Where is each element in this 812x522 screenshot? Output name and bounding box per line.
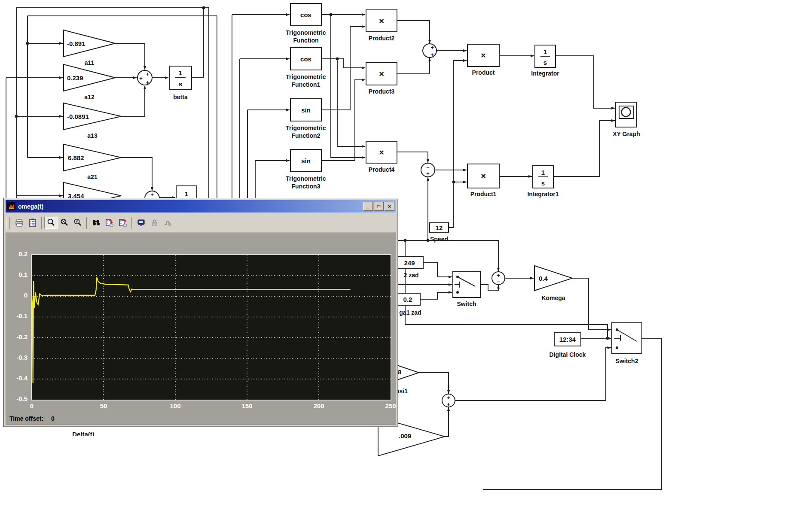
trig-label-1: Trigonometric bbox=[286, 124, 326, 131]
integrator1-block[interactable]: 1 s Integrator1 bbox=[527, 166, 559, 197]
sum-sign: + bbox=[146, 79, 149, 85]
close-button[interactable]: × bbox=[385, 202, 394, 211]
lock-icon bbox=[150, 218, 159, 228]
sum-betta-block[interactable]: + + + bbox=[137, 70, 152, 85]
constant-02-block[interactable]: 0.2 ga1 zad bbox=[395, 293, 421, 316]
x-tick: 250 bbox=[378, 402, 403, 410]
product3-block[interactable]: × Product3 bbox=[366, 63, 397, 95]
gain-a21-block[interactable]: 6.882 a21 bbox=[64, 144, 121, 180]
product3-label: Product3 bbox=[369, 88, 395, 95]
trig-label-2: Function bbox=[293, 37, 318, 44]
y-tick: -0.4 bbox=[8, 374, 27, 383]
gain-a11-block[interactable]: -0.891 a11 bbox=[64, 30, 115, 66]
gain-a12-block[interactable]: 0.239 a12 bbox=[64, 64, 115, 100]
printer-icon bbox=[15, 218, 24, 228]
trig-label-2: Function2 bbox=[292, 132, 321, 139]
trig-function-block[interactable]: cos Trigonometric Function bbox=[286, 3, 326, 44]
save-axes-icon bbox=[105, 218, 114, 228]
product-block[interactable]: × Product bbox=[467, 44, 499, 76]
save-axes-button[interactable] bbox=[103, 217, 116, 229]
zoom-y-icon bbox=[73, 218, 82, 228]
y-tick: 0.2 bbox=[8, 250, 27, 259]
sum-speed-block[interactable]: + − bbox=[492, 272, 505, 285]
trig-function1-block[interactable]: cos Trigonometric Function1 bbox=[286, 48, 326, 88]
scope-plot bbox=[31, 254, 391, 401]
sum-product1-block[interactable]: − + bbox=[421, 163, 435, 177]
time-offset-value: 0 bbox=[51, 415, 55, 422]
integrator-partial-num: 1 bbox=[185, 190, 188, 197]
gain-a21-value: 6.882 bbox=[68, 154, 84, 161]
product4-block[interactable]: × Product4 bbox=[366, 141, 397, 173]
integrator-betta-block[interactable]: 1 s betta bbox=[169, 66, 192, 100]
toolbar-gripper[interactable] bbox=[6, 217, 10, 229]
sum-sign: − bbox=[426, 164, 430, 170]
digital-clock-block[interactable]: 12:34 Digital Clock bbox=[549, 332, 586, 358]
constant-249-label: 2 zad bbox=[403, 272, 418, 279]
scope-client-area: 0.2 0.1 0 -0.1 -0.2 -0.3 -0.4 -0.5 0 50 … bbox=[6, 233, 396, 425]
switch-label: Switch bbox=[457, 300, 476, 307]
product-symbol: × bbox=[481, 171, 486, 181]
toolbar-separator bbox=[41, 217, 42, 229]
scope-titlebar[interactable]: omega(t) _ □ × bbox=[6, 200, 396, 212]
y-tick: -0.3 bbox=[8, 354, 27, 362]
gain-komega-block[interactable]: 0.4 Komega bbox=[534, 266, 572, 301]
toolbar-separator bbox=[131, 217, 132, 229]
restore-axes-button[interactable] bbox=[116, 217, 129, 229]
xy-graph-label: XY Graph bbox=[613, 130, 640, 137]
zoom-button[interactable] bbox=[44, 217, 58, 229]
signal-selection-button[interactable] bbox=[161, 217, 174, 229]
constant-speed-label: Speed bbox=[430, 236, 448, 243]
maximize-button[interactable]: □ bbox=[374, 202, 384, 211]
product1-label: Product1 bbox=[470, 191, 497, 197]
switch2-block[interactable]: Switch2 bbox=[612, 323, 642, 364]
sum-sign: + bbox=[150, 191, 154, 198]
sum-sign: + bbox=[430, 52, 434, 58]
gain-a13-block[interactable]: -0.0891 a13 bbox=[64, 103, 121, 139]
minimize-button[interactable]: _ bbox=[363, 202, 373, 211]
y-tick: -0.2 bbox=[8, 333, 27, 342]
restore-axes-icon bbox=[118, 218, 128, 228]
autoscale-button[interactable] bbox=[89, 217, 103, 229]
parameters-button[interactable] bbox=[26, 217, 39, 229]
gain-a11-label: a11 bbox=[85, 59, 95, 66]
integrator1-label: Integrator1 bbox=[527, 191, 559, 197]
xy-graph-block[interactable]: XY Graph bbox=[613, 102, 640, 137]
integrator-den: s bbox=[543, 59, 547, 66]
lock-axes-button[interactable] bbox=[148, 217, 161, 229]
trig-function2-block[interactable]: sin Trigonometric Function2 bbox=[286, 99, 326, 139]
switch-block[interactable]: Switch bbox=[453, 272, 480, 307]
time-offset-row: Time offset:0 bbox=[9, 415, 55, 422]
x-tick: 100 bbox=[162, 402, 188, 410]
trig-fn: cos bbox=[300, 11, 311, 18]
sum-psi-block[interactable]: + + bbox=[442, 394, 455, 407]
print-button[interactable] bbox=[12, 217, 26, 229]
integrator-block[interactable]: 1 s Integrator bbox=[531, 45, 559, 77]
trig-function3-block[interactable]: sin Trigonometric Function3 bbox=[286, 149, 326, 190]
trig-label-1: Trigonometric bbox=[286, 29, 326, 36]
sum-sign: + bbox=[430, 44, 434, 51]
sum-sign: + bbox=[447, 401, 450, 407]
sum-sign: − bbox=[497, 279, 500, 285]
x-tick: 150 bbox=[234, 402, 260, 410]
product-label: Product bbox=[472, 69, 495, 76]
scope-window[interactable]: omega(t) _ □ × bbox=[3, 198, 398, 427]
constant-249-value: 249 bbox=[404, 259, 415, 267]
sum-product-block[interactable]: + + bbox=[423, 44, 437, 58]
product1-block[interactable]: × Product1 bbox=[467, 164, 499, 197]
gain-a12-value: 0.239 bbox=[67, 74, 83, 82]
trig-fn: sin bbox=[301, 157, 311, 164]
product2-block[interactable]: × Product2 bbox=[366, 10, 397, 42]
product2-label: Product2 bbox=[369, 35, 395, 42]
zoom-x-button[interactable] bbox=[58, 217, 71, 229]
sum-sign: + bbox=[139, 75, 143, 82]
integrator1-den: s bbox=[541, 179, 545, 187]
floating-scope-button[interactable] bbox=[134, 217, 148, 229]
binoculars-icon bbox=[92, 218, 101, 228]
gain-a11-value: -0.891 bbox=[67, 40, 85, 47]
sum-sign: + bbox=[497, 272, 500, 279]
constant-speed-block[interactable]: 12 Speed bbox=[430, 223, 449, 243]
zoom-y-button[interactable] bbox=[71, 217, 84, 229]
scope-plot-svg bbox=[32, 255, 391, 400]
constant-249-block[interactable]: 249 2 zad bbox=[395, 257, 423, 279]
integrator-num: 1 bbox=[179, 69, 182, 76]
